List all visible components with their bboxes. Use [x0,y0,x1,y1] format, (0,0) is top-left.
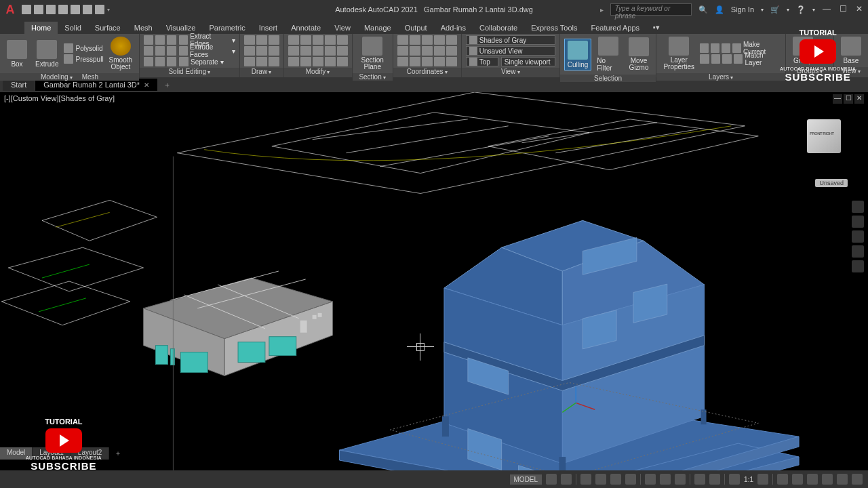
nav-orbit-icon[interactable] [852,245,864,258]
modify-icon[interactable] [288,35,299,45]
minimize-button[interactable]: — [822,5,831,14]
exchange-icon[interactable]: 🛒 [770,5,780,14]
modify-icon[interactable] [300,57,311,66]
qat-undo-icon[interactable] [83,5,92,14]
tab-annotate[interactable]: Annotate [284,22,328,34]
coord-icon[interactable] [410,57,420,66]
nav-zoom-icon[interactable] [852,230,864,243]
coord-icon[interactable] [422,57,433,66]
tab-expresstools[interactable]: Express Tools [524,22,584,34]
coord-icon[interactable] [434,57,445,66]
qat-open-icon[interactable] [34,5,43,14]
tab-home[interactable]: Home [24,22,58,34]
drawing-area[interactable]: [-][Custom View][Shades of Gray] — ☐ ✕ [0,92,868,470]
tab-addins[interactable]: Add-ins [434,22,473,34]
se-icon[interactable] [155,46,165,56]
tab-extra-icon[interactable]: ▪▾ [646,21,667,34]
panel-layers-title[interactable]: Layers [709,73,733,81]
se-icon[interactable] [144,46,153,56]
app-logo[interactable]: A [3,2,18,17]
sb-transparency-icon[interactable] [709,474,720,485]
maximize-button[interactable]: ☐ [838,5,848,14]
panel-coordinates-title[interactable]: Coordinates [407,68,448,75]
signin-link[interactable]: Sign In [731,5,754,14]
draw-icon[interactable] [269,57,279,66]
coord-icon[interactable] [397,57,408,66]
se-icon[interactable] [155,35,165,45]
tab-mesh[interactable]: Mesh [127,22,159,34]
match-layer-button[interactable]: Match Layer [745,52,781,66]
sb-otrack-icon[interactable] [660,474,671,485]
tab-output[interactable]: Output [398,22,434,34]
sb-hardware-icon[interactable] [807,474,818,485]
draw-icon[interactable] [269,46,279,56]
qat-redo-icon[interactable] [95,5,104,14]
saved-view-dropdown[interactable]: Unsaved View [466,46,555,56]
nav-showmotion-icon[interactable] [852,260,864,272]
tab-featuredapps[interactable]: Featured Apps [585,22,647,34]
coord-icon[interactable] [446,57,457,66]
qat-save-icon[interactable] [46,5,56,14]
coord-icon[interactable] [397,35,408,45]
unsaved-view-badge[interactable]: Unsaved [815,179,848,187]
se-icon[interactable] [167,46,176,56]
qat-dropdown-icon[interactable]: ▾ [107,7,110,13]
se-icon[interactable] [155,57,165,66]
tab-view[interactable]: View [328,22,357,34]
modify-icon[interactable] [313,46,323,56]
draw-icon[interactable] [244,57,255,66]
panel-view-title[interactable]: View [501,68,520,75]
se-icon[interactable] [144,57,153,66]
nofilter-button[interactable]: No Filter [594,35,623,73]
sb-scale-label[interactable]: 1:1 [744,476,753,483]
vp-minimize-icon[interactable]: — [833,94,842,104]
search-input[interactable]: Type a keyword or phrase [610,3,692,16]
visual-style-dropdown[interactable]: Shades of Gray [466,35,555,45]
sb-ortho-icon[interactable] [580,474,591,485]
panel-modify-title[interactable]: Modify [306,68,330,75]
viewport-dropdown[interactable]: Single viewport [501,57,555,66]
coord-icon[interactable] [446,35,457,45]
sb-cleanscreen-icon[interactable] [837,474,848,485]
sb-monitor-icon[interactable] [792,474,803,485]
coord-icon[interactable] [410,35,420,45]
culling-button[interactable]: Culling [564,39,592,70]
sb-isodraft-icon[interactable] [610,474,621,485]
draw-icon[interactable] [256,46,267,56]
layer-icon[interactable] [711,54,721,64]
layer-icon[interactable] [700,43,709,53]
panel-modeling-title[interactable]: Modeling [41,73,73,81]
draw-icon[interactable] [244,35,255,45]
sb-isolate-icon[interactable] [822,474,833,485]
search-icon[interactable]: 🔍 [698,5,708,14]
modify-icon[interactable] [337,35,348,45]
tab-manage[interactable]: Manage [357,22,398,34]
new-tab-button[interactable]: ＋ [158,78,176,92]
model-space-toggle[interactable]: MODEL [510,474,542,485]
layer-icon[interactable] [722,43,730,53]
help-icon[interactable]: ❔ [796,5,806,14]
layout-add-button[interactable]: ＋ [109,447,127,460]
panel-section-title[interactable]: Section [359,73,386,81]
qat-saveas-icon[interactable] [58,5,68,14]
coord-icon[interactable] [434,46,445,56]
modify-icon[interactable] [300,35,311,45]
modify-icon[interactable] [288,57,299,66]
layer-icon[interactable] [711,43,719,53]
sb-annovis-icon[interactable] [757,474,768,485]
draw-icon[interactable] [269,35,279,45]
modify-icon[interactable] [313,35,323,45]
vp-maximize-icon[interactable]: ☐ [844,94,853,104]
coord-icon[interactable] [422,46,433,56]
sb-snap-icon[interactable] [561,474,572,485]
panel-mesh-title[interactable]: Mesh [82,73,98,81]
se-icon[interactable] [167,35,176,45]
layer-icon[interactable] [722,54,732,64]
modify-icon[interactable] [288,46,299,56]
extrude-button[interactable]: Extrude [33,39,61,69]
panel-draw-title[interactable]: Draw [252,68,272,75]
presspull-button[interactable]: Presspull [64,54,103,64]
layer-icon[interactable] [734,54,743,64]
sb-osnap-icon[interactable] [625,474,636,485]
se-icon[interactable] [167,57,176,66]
